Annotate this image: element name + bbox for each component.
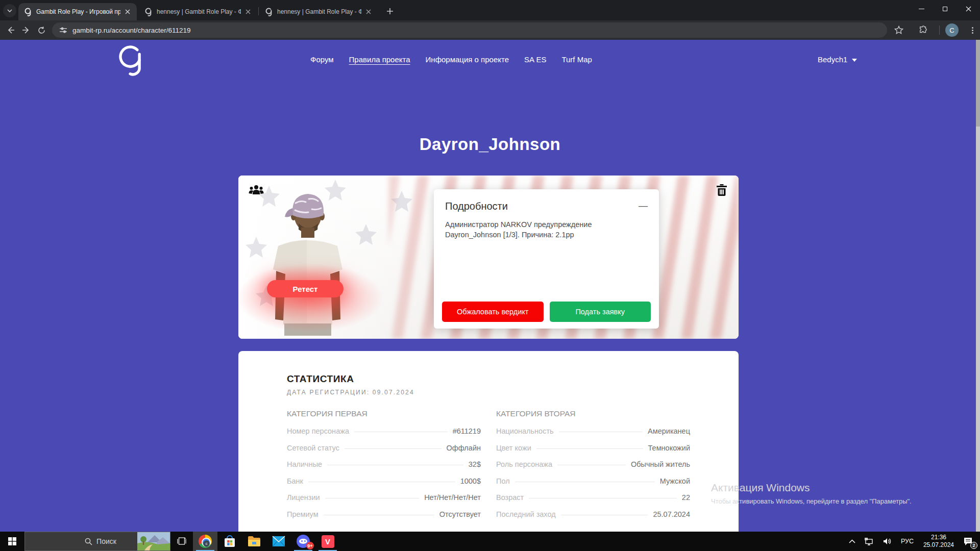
- retest-glow: [238, 262, 386, 334]
- search-icon: [85, 538, 92, 545]
- stat-row-gender: ПолМужской: [496, 477, 690, 490]
- tray-time: 21:36: [923, 534, 954, 541]
- url-text[interactable]: gambit-rp.ru/account/character/611219: [72, 27, 191, 34]
- nav-forum[interactable]: Форум: [310, 55, 334, 64]
- nav-sa-es[interactable]: SA ES: [524, 55, 546, 64]
- windows-activation-watermark: Активация Windows Чтобы активировать Win…: [711, 482, 912, 505]
- language-indicator[interactable]: РУС: [897, 532, 917, 551]
- stats-column-1: КАТЕГОРИЯ ПЕРВАЯ Номер персонажа#611219 …: [287, 409, 481, 527]
- gambit-favicon: [23, 8, 32, 16]
- back-arrow-icon: [6, 26, 15, 35]
- details-buttons: Обжаловать вердикт Подать заявку: [442, 302, 651, 322]
- minimize-icon: [919, 9, 924, 9]
- column-1-header: КАТЕГОРИЯ ПЕРВАЯ: [287, 409, 481, 418]
- start-button[interactable]: [0, 532, 24, 551]
- taskbar-mail-button[interactable]: [266, 532, 291, 551]
- plus-icon: [386, 8, 394, 15]
- scrollbar-thumb[interactable]: [976, 40, 980, 127]
- windows-taskbar: Поиск c: [0, 532, 980, 551]
- site-nav: Форум Правила проекта Информация о проек…: [310, 55, 592, 64]
- collapse-button[interactable]: —: [639, 201, 648, 211]
- user-menu[interactable]: Bedych1: [818, 55, 857, 64]
- browser-tab-1[interactable]: Gambit Role Play - Игровой пр: [18, 3, 137, 20]
- taskbar-chrome-button[interactable]: c: [193, 532, 217, 551]
- browser-toolbar: gambit-rp.ru/account/character/611219 C: [0, 20, 980, 40]
- taskbar-explorer-button[interactable]: [242, 532, 266, 551]
- taskbar-discord-button[interactable]: 9+: [291, 532, 315, 551]
- tray-expand-button[interactable]: [845, 532, 859, 551]
- volume-button[interactable]: [879, 532, 895, 551]
- reload-icon: [37, 26, 46, 35]
- taskbar-store-button[interactable]: [217, 532, 242, 551]
- stat-row-premium: ПремиумОтсутствует: [287, 510, 481, 523]
- taskbar-valorant-button[interactable]: V: [315, 532, 340, 551]
- back-button[interactable]: [3, 22, 18, 38]
- window-minimize-button[interactable]: [910, 0, 933, 17]
- tray-clock[interactable]: 21:36 25.07.2024: [919, 534, 958, 549]
- reload-button[interactable]: [34, 22, 49, 38]
- search-placeholder: Поиск: [96, 537, 116, 545]
- taskbar-search-input[interactable]: Поиск: [24, 532, 170, 551]
- appeal-verdict-button[interactable]: Обжаловать вердикт: [442, 302, 544, 322]
- browser-tab-3[interactable]: hennesy | Gambit Role Play - Фо: [259, 3, 378, 20]
- watermark-subtitle: Чтобы активировать Windows, перейдите в …: [711, 497, 912, 505]
- task-view-button[interactable]: [170, 532, 193, 551]
- action-center-button[interactable]: 2: [960, 532, 977, 551]
- search-highlight-image[interactable]: [137, 532, 170, 550]
- gambit-favicon: [144, 8, 153, 16]
- stat-row-role: Роль персонажаОбычный житель: [496, 460, 690, 473]
- browser-tab-2[interactable]: hennesy | Gambit Role Play - Фо: [139, 3, 257, 20]
- network-icon: [865, 538, 874, 545]
- notification-count-badge: 2: [970, 542, 977, 549]
- retest-button[interactable]: Ретест: [267, 280, 344, 297]
- registration-date: ДАТА РЕГИСТРАЦИИ: 09.07.2024: [287, 389, 690, 396]
- valorant-icon: V: [322, 535, 334, 548]
- forward-button[interactable]: [18, 22, 34, 38]
- submit-application-button[interactable]: Подать заявку: [550, 302, 651, 322]
- site-settings-icon[interactable]: [59, 26, 67, 34]
- trash-icon[interactable]: [716, 184, 727, 196]
- nav-turf-map[interactable]: Turf Map: [561, 55, 592, 64]
- chrome-icon: c: [199, 535, 212, 548]
- maximize-icon: [943, 7, 947, 11]
- gambit-logo[interactable]: [116, 44, 144, 77]
- bookmark-button[interactable]: [891, 22, 906, 38]
- network-button[interactable]: [861, 532, 877, 551]
- chevron-up-icon: [849, 539, 855, 543]
- nav-project-info[interactable]: Информация о проекте: [426, 55, 509, 64]
- landscape-thumbnail: [137, 532, 170, 550]
- window-close-button[interactable]: [957, 0, 980, 17]
- close-icon: [125, 9, 130, 14]
- address-bar[interactable]: gambit-rp.ru/account/character/611219: [52, 22, 887, 38]
- windows-logo-icon: [8, 537, 16, 545]
- window-maximize-button[interactable]: [933, 0, 957, 17]
- group-people-icon[interactable]: [249, 185, 264, 196]
- stat-row-last-login: Последний заход25.07.2024: [496, 510, 690, 523]
- stats-title: СТАТИСТИКА: [287, 373, 690, 385]
- tab-title: hennesy | Gambit Role Play - Фо: [157, 8, 241, 15]
- tab-close-button[interactable]: [124, 8, 132, 16]
- column-2-header: КАТЕГОРИЯ ВТОРАЯ: [496, 409, 690, 418]
- kebab-icon: [972, 26, 973, 35]
- scrollbar[interactable]: [976, 40, 980, 532]
- puzzle-icon: [919, 26, 928, 35]
- close-icon: [246, 9, 251, 14]
- forward-arrow-icon: [21, 26, 31, 35]
- extensions-button[interactable]: [916, 22, 931, 38]
- profile-button[interactable]: C: [944, 22, 960, 38]
- character-card: Ретест Подробности — Администратор NARKO…: [238, 176, 739, 339]
- browser-tab-strip: Gambit Role Play - Игровой пр hennesy | …: [0, 0, 980, 20]
- tray-date: 25.07.2024: [923, 541, 954, 549]
- page-content: Форум Правила проекта Информация о проек…: [0, 40, 980, 532]
- tab-search-chevron-button[interactable]: [3, 4, 16, 17]
- file-explorer-icon: [248, 536, 261, 547]
- close-icon: [366, 9, 371, 14]
- stat-row-online-status: Сетевой статусОффлайн: [287, 444, 481, 457]
- stat-row-age: Возраст22: [496, 493, 690, 507]
- browser-menu-button[interactable]: [965, 22, 980, 38]
- window-controls: [910, 0, 980, 17]
- tab-close-button[interactable]: [244, 8, 252, 16]
- tab-close-button[interactable]: [364, 8, 373, 16]
- nav-rules[interactable]: Правила проекта: [349, 55, 410, 64]
- new-tab-button[interactable]: [384, 5, 396, 17]
